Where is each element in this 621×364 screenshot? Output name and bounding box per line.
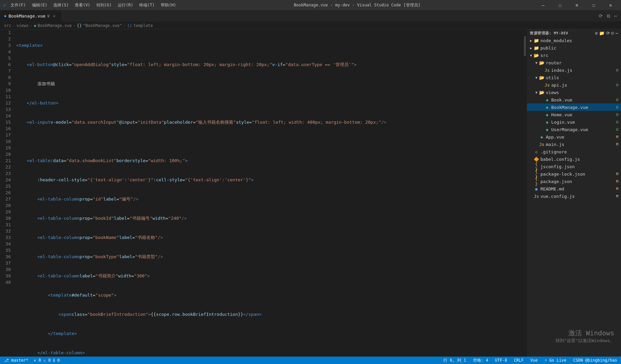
split-icon[interactable]: ⧉ [605, 12, 612, 20]
branch-label: master* [11, 358, 28, 363]
file-tree: ▶ 📁 node_modules ▶ 📁 public ▼ 📂 src ▼ 📂 [527, 37, 621, 357]
menu-view[interactable]: 查看(V) [72, 2, 93, 9]
refresh-icon[interactable]: ⟳ [606, 31, 610, 36]
spaces-item[interactable]: 空格: 4 [472, 358, 490, 363]
tree-label: views [546, 90, 618, 95]
breadcrumb-src[interactable]: src [4, 23, 11, 28]
tree-badge: M [616, 194, 618, 199]
live-share-label: Go Live [549, 358, 566, 363]
tree-item-src[interactable]: ▼ 📂 src [527, 52, 621, 59]
tree-badge: U [616, 68, 618, 72]
code-line: <el-table :data="data.showBookList" bord… [16, 157, 523, 164]
tree-item-vue-config[interactable]: Js vue.config.js M [527, 192, 621, 200]
tree-item-home-vue[interactable]: ◆ Home.vue U [527, 111, 621, 118]
maximize-button[interactable]: ☐ [586, 0, 601, 10]
more-icon[interactable]: ⋯ [613, 12, 618, 20]
tree-item-login-vue[interactable]: ◆ Login.vue U [527, 118, 621, 126]
tree-item-usermanage-vue[interactable]: ◆ UserManage.vue U [527, 126, 621, 133]
tree-item-views[interactable]: ▼ 📂 views [527, 89, 621, 96]
info-label: 0 [57, 358, 60, 363]
code-line: <span class="bookBriefIntroduction">{{sc… [16, 311, 523, 317]
menu-select[interactable]: 选择(S) [51, 2, 71, 9]
tree-label: utils [546, 75, 618, 80]
tab-bookmanage[interactable]: ◆ BookManage.vue U ✕ [0, 10, 61, 22]
position-item[interactable]: 行 6, 列 1 [442, 358, 467, 363]
readme-icon: ● [534, 186, 539, 191]
tree-badge: M [616, 135, 618, 139]
titlebar-controls: — ☐ ⊞ ☐ ✕ [535, 0, 618, 10]
branch-item[interactable]: ⎇ master* [3, 358, 30, 363]
tree-label: babel.config.js [540, 157, 618, 162]
tree-item-node-modules[interactable]: ▶ 📁 node_modules [527, 37, 621, 44]
restore-button[interactable]: ☐ [552, 0, 568, 10]
more-sidebar-icon[interactable]: ⋯ [616, 31, 618, 36]
info-icon: ℹ [53, 358, 55, 363]
breadcrumb-views[interactable]: views [17, 23, 29, 28]
tree-item-package-lock[interactable]: { } package-lock.json M [527, 170, 621, 178]
tree-label: Login.vue [551, 120, 615, 125]
menu-help[interactable]: 帮助(H) [158, 2, 179, 9]
tree-label: main.js [546, 142, 615, 147]
breadcrumb-file[interactable]: BookManage.vue [38, 23, 72, 28]
errors-label: 0 [38, 358, 41, 363]
tab-close[interactable]: ✕ [52, 13, 57, 19]
tree-item-jsconfig[interactable]: { } jsconfig.json [527, 163, 621, 170]
tree-item-app-vue[interactable]: ◆ App.vue M [527, 133, 621, 141]
statusbar-left: ⎇ master* ✕ 0 ⚠ 0 ℹ 0 [3, 358, 61, 363]
errors-item[interactable]: ✕ 0 ⚠ 0 ℹ 0 [32, 358, 61, 363]
tab-label: BookManage.vue [8, 13, 46, 19]
tree-arrow: ▼ [534, 76, 539, 80]
menu-goto[interactable]: 转到(G) [94, 2, 115, 9]
breadcrumb-section[interactable]: "BookManage.vue" [83, 23, 122, 28]
close-button[interactable]: ✕ [603, 0, 618, 10]
code-editor[interactable]: <template> <el-button @click="openAddDia… [13, 29, 523, 357]
menu-edit[interactable]: 编辑(E) [29, 2, 50, 9]
tree-item-readme[interactable]: ● README.md M [527, 185, 621, 192]
collapse-icon[interactable]: ⊟ [611, 31, 614, 36]
git-branch-icon: ⎇ [4, 358, 9, 363]
code-line: <el-table-column prop="bookId" label="书籍… [16, 215, 523, 221]
tree-item-package-json[interactable]: { } package.json M [527, 178, 621, 185]
tree-label: api.js [551, 83, 615, 88]
tree-label: UserManage.vue [551, 127, 615, 132]
tree-item-babel-config[interactable]: 🔶 babel.config.js [527, 155, 621, 163]
tree-label: Home.vue [551, 112, 615, 117]
titlebar-title: BookManage.vue - my-dev - Visual Studio … [179, 2, 535, 8]
breadcrumb-template[interactable]: template [134, 23, 153, 28]
tree-arrow: ▼ [534, 91, 539, 94]
editor-scrollbar[interactable] [523, 29, 527, 357]
folder-open-icon: 📂 [539, 90, 544, 95]
tree-item-api-js[interactable]: Js api.js U [527, 81, 621, 89]
tree-badge: U [616, 105, 618, 110]
folder-open-icon: 📂 [534, 53, 539, 58]
tree-item-book-vue[interactable]: ◆ Book.vue U [527, 96, 621, 103]
tree-item-gitignore[interactable]: ◇ .gitignore [527, 148, 621, 155]
menu-file[interactable]: 文件(F) [8, 2, 29, 9]
tree-item-bookmanage-vue[interactable]: ◆ BookManage.vue U [527, 103, 621, 111]
menu-run[interactable]: 运行(R) [115, 2, 136, 9]
tree-item-utils[interactable]: ▼ 📂 utils [527, 74, 621, 81]
layout-button[interactable]: ⊞ [569, 0, 585, 10]
menu-terminal[interactable]: 终端(T) [137, 2, 157, 9]
tree-label: public [540, 46, 617, 51]
encoding-item[interactable]: UTF-8 [494, 358, 508, 363]
tree-item-index-js[interactable]: Js index.js U [527, 66, 621, 74]
tree-item-public[interactable]: ▶ 📁 public [527, 44, 621, 52]
sync-icon[interactable]: ⟳ [597, 12, 604, 20]
tree-item-main-js[interactable]: Js main.js M [527, 141, 621, 148]
feedback-item[interactable]: CSDN @bingbing/hao [572, 358, 618, 363]
minimize-button[interactable]: — [535, 0, 551, 10]
tree-label-active: BookManage.vue [551, 105, 615, 110]
language-item[interactable]: Vue [529, 358, 539, 363]
live-share-item[interactable]: ⚡ Go Live [543, 358, 568, 363]
line-ending-item[interactable]: CRLF [512, 358, 525, 363]
tree-label: router [546, 60, 618, 65]
breadcrumb-vue-icon: ◆ [34, 23, 36, 28]
code-line: <el-table-column prop="bookType" label="… [16, 253, 523, 260]
new-folder-icon[interactable]: 📁 [599, 31, 605, 36]
titlebar-menu: 文件(F) 编辑(E) 选择(S) 查看(V) 转到(G) 运行(R) 终端(T… [8, 2, 179, 9]
code-line: </el-button> [16, 100, 523, 106]
scroll-thumb[interactable] [524, 36, 526, 56]
new-file-icon[interactable]: ⊕ [595, 31, 598, 36]
tree-item-router[interactable]: ▼ 📂 router [527, 59, 621, 66]
